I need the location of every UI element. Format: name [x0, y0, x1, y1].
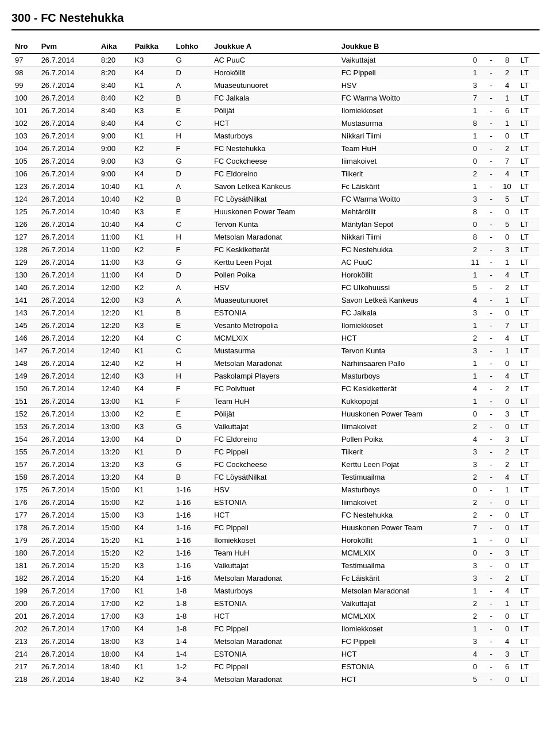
header-pvm: Pvm: [38, 40, 98, 53]
table-row: 15226.7.201413:00K2EPölijätHuuskonen Pow…: [11, 408, 540, 421]
table-row: 21726.7.201418:40K11-2FC PippeliESTONIA0…: [11, 661, 540, 673]
table-row: 17626.7.201415:00K21-16ESTONIAIiimakoive…: [11, 496, 540, 509]
table-row: 10626.7.20149:00K4DFC EldoreinoTiikerit2…: [11, 168, 540, 180]
table-row: 15126.7.201413:00K1FTeam HuHKukkopojat1-…: [11, 395, 540, 408]
table-row: 15526.7.201413:20K1DFC PippeliTiikerit3-…: [11, 446, 540, 458]
matches-table: Nro Pvm Aika Paikka Lohko Joukkue A Jouk…: [11, 40, 540, 686]
table-row: 21826.7.201418:40K23-4Metsolan Maradonat…: [11, 673, 540, 686]
table-row: 10426.7.20149:00K2FFC NestehukkaTeam HuH…: [11, 142, 540, 155]
table-row: 14626.7.201412:20K4CMCMLXIXHCT2-4LT: [11, 332, 540, 345]
table-row: 12626.7.201410:40K4CTervon KuntaMäntylän…: [11, 218, 540, 231]
table-row: 14126.7.201412:00K3AMuaseutunuoretSavon …: [11, 294, 540, 307]
table-row: 12426.7.201410:40K2BFC LöysätNilkatFC Wa…: [11, 193, 540, 206]
header-aika: Aika: [98, 40, 131, 53]
header-joukkueb: Joukkue B: [338, 40, 465, 53]
table-row: 14926.7.201412:40K3HPaskolampi PlayersMa…: [11, 370, 540, 383]
table-row: 10126.7.20148:40K3EPölijätIlomiekkoset1-…: [11, 105, 540, 117]
header-paikka: Paikka: [131, 40, 173, 53]
table-row: 20226.7.201417:00K41-8FC PippeliIlomiekk…: [11, 623, 540, 635]
table-row: 12826.7.201411:00K2FFC KeskiketterätFC N…: [11, 244, 540, 256]
header-lt: [517, 40, 540, 53]
table-row: 10326.7.20149:00K1HMasturboysNikkari Tii…: [11, 130, 540, 142]
table-row: 9826.7.20148:20K4DHoroköllitFC Pippeli1-…: [11, 67, 540, 79]
table-row: 14026.7.201412:00K2AHSVFC Ulkohuussi5-2L…: [11, 281, 540, 294]
table-row: 14326.7.201412:20K1BESTONIAFC Jalkala3-0…: [11, 307, 540, 319]
header-joukkuea: Joukkue A: [211, 40, 338, 53]
table-row: 15026.7.201412:40K4FFC PolvituetFC Keski…: [11, 383, 540, 395]
table-row: 21426.7.201418:00K41-4ESTONIAHCT4-3LT: [11, 648, 540, 661]
header-dash: [485, 40, 497, 53]
table-row: 20126.7.201417:00K31-8HCTMCMLXIX2-0LT: [11, 610, 540, 623]
table-row: 10226.7.20148:40K4CHCTMustasurma8-1LT: [11, 117, 540, 130]
table-header-row: Nro Pvm Aika Paikka Lohko Joukkue A Jouk…: [11, 40, 540, 53]
table-row: 15426.7.201413:00K4DFC EldoreinoPollen P…: [11, 433, 540, 446]
table-row: 13026.7.201411:00K4DPollen PoikaHoroköll…: [11, 269, 540, 281]
table-row: 14726.7.201412:40K1CMustasurmaTervon Kun…: [11, 345, 540, 357]
table-row: 17726.7.201415:00K31-16HCTFC Nestehukka2…: [11, 509, 540, 522]
table-row: 18226.7.201415:20K41-16Metsolan Maradona…: [11, 572, 540, 585]
table-row: 15826.7.201413:20K4BFC LöysätNilkatTesti…: [11, 471, 540, 484]
table-row: 10526.7.20149:00K3GFC CockcheeseIiimakoi…: [11, 155, 540, 168]
table-row: 17926.7.201415:20K11-16IlomiekkosetHorok…: [11, 534, 540, 547]
table-row: 19926.7.201417:00K11-8MasturboysMetsolan…: [11, 585, 540, 597]
table-row: 12926.7.201411:00K3GKerttu Leen PojatAC …: [11, 256, 540, 269]
table-row: 14826.7.201412:40K2HMetsolan MaradonatNä…: [11, 357, 540, 370]
table-row: 9726.7.20148:20K3GAC PuuCVaikuttajat0-8L…: [11, 53, 540, 67]
table-row: 18026.7.201415:20K21-16Team HuHMCMLXIX0-…: [11, 547, 540, 560]
header-nro: Nro: [11, 40, 38, 53]
table-row: 12726.7.201411:00K1HMetsolan MaradonatNi…: [11, 231, 540, 244]
header-lohko: Lohko: [172, 40, 211, 53]
header-score1: [465, 40, 485, 53]
table-row: 17826.7.201415:00K41-16FC PippeliHuuskon…: [11, 522, 540, 534]
table-row: 9926.7.20148:40K1AMuaseutunuoretHSV3-4LT: [11, 79, 540, 92]
table-row: 15726.7.201413:20K3GFC CockcheeseKerttu …: [11, 458, 540, 471]
header-score2: [497, 40, 517, 53]
page-title: 300 - FC Nestehukka: [11, 11, 540, 30]
table-row: 18126.7.201415:20K31-16VaikuttajatTestim…: [11, 560, 540, 572]
table-row: 15326.7.201413:00K3GVaikuttajatIiimakoiv…: [11, 421, 540, 433]
table-row: 20026.7.201417:00K21-8ESTONIAVaikuttajat…: [11, 597, 540, 610]
table-row: 17526.7.201415:00K11-16HSVMasturboys0-1L…: [11, 484, 540, 496]
table-row: 10026.7.20148:40K2BFC JalkalaFC Warma Wo…: [11, 92, 540, 105]
table-row: 21326.7.201418:00K31-4Metsolan Maradonat…: [11, 635, 540, 648]
table-row: 12526.7.201410:40K3EHuuskonen Power Team…: [11, 206, 540, 218]
table-row: 12326.7.201410:40K1ASavon Letkeä Kankeus…: [11, 180, 540, 193]
table-row: 14526.7.201412:20K3EVesanto MetropoliaIl…: [11, 319, 540, 332]
